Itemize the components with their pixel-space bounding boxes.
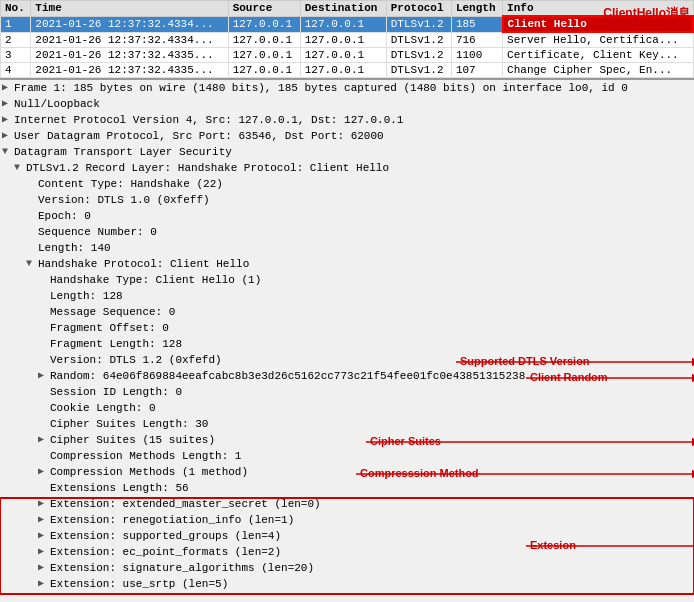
- line-text-ext4: Extension: ec_point_formats (len=2): [50, 544, 281, 560]
- tree-line-cslen[interactable]: Cipher Suites Length: 30: [0, 416, 694, 432]
- line-text-handshake: Handshake Protocol: Client Hello: [38, 256, 249, 272]
- expand-icon-ext6: [38, 576, 50, 592]
- tree-line-ext5[interactable]: Extension: signature_algorithms (len=20): [0, 560, 694, 576]
- line-text-complen: Compression Methods Length: 1: [50, 448, 241, 464]
- expand-icon-frame: [2, 80, 14, 96]
- tree-line-record[interactable]: DTLSv1.2 Record Layer: Handshake Protoco…: [0, 160, 694, 176]
- line-text-ext2: Extension: renegotiation_info (len=1): [50, 512, 294, 528]
- tree-line-complen[interactable]: Compression Methods Length: 1: [0, 448, 694, 464]
- col-header-source: Source: [228, 1, 300, 17]
- line-text-udp: User Datagram Protocol, Src Port: 63546,…: [14, 128, 384, 144]
- expand-icon-record: [14, 160, 26, 176]
- line-text-sessid: Session ID Length: 0: [50, 384, 182, 400]
- tree-line-hstype[interactable]: Handshake Type: Client Hello (1): [0, 272, 694, 288]
- expand-icon-ext4: [38, 544, 50, 560]
- tree-line-fraglen[interactable]: Fragment Length: 128: [0, 336, 694, 352]
- line-text-fragoff: Fragment Offset: 0: [50, 320, 169, 336]
- col-header-length: Length: [451, 1, 502, 17]
- line-text-ip: Internet Protocol Version 4, Src: 127.0.…: [14, 112, 403, 128]
- tree-line-ip[interactable]: Internet Protocol Version 4, Src: 127.0.…: [0, 112, 694, 128]
- col-header-destination: Destination: [300, 1, 386, 17]
- expand-icon-ext5: [38, 560, 50, 576]
- table-row[interactable]: 42021-01-26 12:37:32.4335...127.0.0.1127…: [1, 63, 694, 78]
- line-text-msgseq: Message Sequence: 0: [50, 304, 175, 320]
- line-text-ext1: Extension: extended_master_secret (len=0…: [50, 496, 321, 512]
- line-text-comp: Compression Methods (1 method): [50, 464, 248, 480]
- table-row[interactable]: 22021-01-26 12:37:32.4334...127.0.0.1127…: [1, 32, 694, 48]
- expand-icon-random: [38, 368, 50, 384]
- supported-dtls-label: Supported DTLS Version: [460, 355, 590, 367]
- expand-icon-udp: [2, 128, 14, 144]
- col-header-time: Time: [31, 1, 228, 17]
- tree-line-ext2[interactable]: Extension: renegotiation_info (len=1): [0, 512, 694, 528]
- packet-table: No.TimeSourceDestinationProtocolLengthIn…: [0, 0, 694, 78]
- tree-line-length[interactable]: Length: 140: [0, 240, 694, 256]
- tree-line-comp[interactable]: Compression Methods (1 method): [0, 464, 694, 480]
- tree-line-version[interactable]: Version: DTLS 1.0 (0xfeff): [0, 192, 694, 208]
- expand-icon-null: [2, 96, 14, 112]
- tree-line-frame[interactable]: Frame 1: 185 bytes on wire (1480 bits), …: [0, 80, 694, 96]
- line-text-ext6: Extension: use_srtp (len=5): [50, 576, 228, 592]
- tree-line-extlen[interactable]: Extensions Length: 56: [0, 480, 694, 496]
- line-text-seqnum: Sequence Number: 0: [38, 224, 157, 240]
- line-text-length: Length: 140: [38, 240, 111, 256]
- clienthello-label: ClientHello消息: [603, 5, 690, 22]
- tree-line-ext4[interactable]: Extension: ec_point_formats (len=2): [0, 544, 694, 560]
- expand-icon-ext1: [38, 496, 50, 512]
- tree-line-seqnum[interactable]: Sequence Number: 0: [0, 224, 694, 240]
- line-text-hsver: Version: DTLS 1.2 (0xfefd): [50, 352, 222, 368]
- line-text-record: DTLSv1.2 Record Layer: Handshake Protoco…: [26, 160, 389, 176]
- line-text-hslength: Length: 128: [50, 288, 123, 304]
- tree-line-cookie[interactable]: Cookie Length: 0: [0, 400, 694, 416]
- line-text-ext5: Extension: signature_algorithms (len=20): [50, 560, 314, 576]
- tree-line-cs[interactable]: Cipher Suites (15 suites): [0, 432, 694, 448]
- expand-icon-cs: [38, 432, 50, 448]
- line-text-content: Content Type: Handshake (22): [38, 176, 223, 192]
- col-header-no-: No.: [1, 1, 31, 17]
- tree-line-fragoff[interactable]: Fragment Offset: 0: [0, 320, 694, 336]
- tree-line-null[interactable]: Null/Loopback: [0, 96, 694, 112]
- compression-label: Compresssion Method: [360, 467, 479, 479]
- line-text-frame: Frame 1: 185 bytes on wire (1480 bits), …: [14, 80, 628, 96]
- line-text-extlen: Extensions Length: 56: [50, 480, 189, 496]
- line-text-cslen: Cipher Suites Length: 30: [50, 416, 208, 432]
- expand-icon-handshake: [26, 256, 38, 272]
- line-text-version: Version: DTLS 1.0 (0xfeff): [38, 192, 210, 208]
- client-random-label: Client Random: [530, 371, 608, 383]
- line-text-random: Random: 64e06f869884eeafcabc8b3e3d26c516…: [50, 368, 525, 384]
- line-text-ext3: Extension: supported_groups (len=4): [50, 528, 281, 544]
- line-text-hstype: Handshake Type: Client Hello (1): [50, 272, 261, 288]
- expand-icon-dtls: [2, 144, 14, 160]
- table-row[interactable]: 32021-01-26 12:37:32.4335...127.0.0.1127…: [1, 48, 694, 63]
- line-text-dtls: Datagram Transport Layer Security: [14, 144, 232, 160]
- tree-line-content[interactable]: Content Type: Handshake (22): [0, 176, 694, 192]
- tree-line-ext1[interactable]: Extension: extended_master_secret (len=0…: [0, 496, 694, 512]
- cipher-suites-label: Cipher Suites: [370, 435, 441, 447]
- tree-line-sessid[interactable]: Session ID Length: 0: [0, 384, 694, 400]
- tree-line-handshake[interactable]: Handshake Protocol: Client Hello: [0, 256, 694, 272]
- tree-line-msgseq[interactable]: Message Sequence: 0: [0, 304, 694, 320]
- line-text-cookie: Cookie Length: 0: [50, 400, 156, 416]
- line-text-null: Null/Loopback: [14, 96, 100, 112]
- tree-line-dtls[interactable]: Datagram Transport Layer Security: [0, 144, 694, 160]
- tree-line-ext6[interactable]: Extension: use_srtp (len=5): [0, 576, 694, 592]
- tree-line-ext3[interactable]: Extension: supported_groups (len=4): [0, 528, 694, 544]
- expand-icon-ip: [2, 112, 14, 128]
- line-text-epoch: Epoch: 0: [38, 208, 91, 224]
- expand-icon-comp: [38, 464, 50, 480]
- expand-icon-ext3: [38, 528, 50, 544]
- expand-icon-ext2: [38, 512, 50, 528]
- extension-label: Extesion: [530, 539, 576, 551]
- tree-line-hslength[interactable]: Length: 128: [0, 288, 694, 304]
- line-text-cs: Cipher Suites (15 suites): [50, 432, 215, 448]
- tree-line-epoch[interactable]: Epoch: 0: [0, 208, 694, 224]
- line-text-fraglen: Fragment Length: 128: [50, 336, 182, 352]
- tree-line-udp[interactable]: User Datagram Protocol, Src Port: 63546,…: [0, 128, 694, 144]
- col-header-protocol: Protocol: [386, 1, 451, 17]
- table-row[interactable]: 12021-01-26 12:37:32.4334...127.0.0.1127…: [1, 16, 694, 32]
